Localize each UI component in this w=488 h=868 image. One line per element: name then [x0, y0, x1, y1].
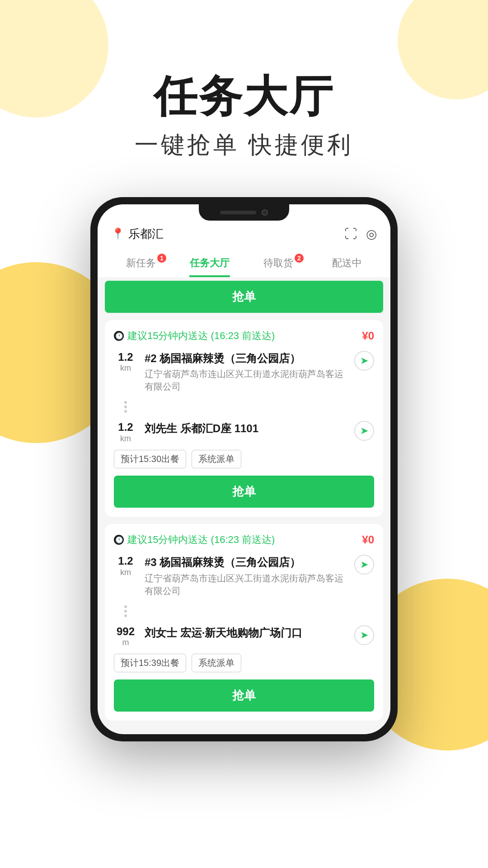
page-subtitle: 一键抢单 快捷便利	[0, 129, 488, 161]
order-1-stop2-km-unit: km	[114, 434, 137, 443]
tab-task-hall[interactable]: 任务大厅	[175, 251, 244, 277]
order-1-stop1-address: 辽宁省葫芦岛市连山区兴工街道水泥街葫芦岛客运有限公司	[145, 368, 347, 393]
order-2-tag-0: 预计15:39出餐	[114, 654, 186, 672]
order-1-stop1-distance: 1.2 km	[114, 351, 137, 373]
header-area: 任务大厅 一键抢单 快捷便利	[0, 0, 488, 161]
order-2-stop2-name: 刘女士 宏运·新天地购物广场门口	[145, 625, 347, 641]
screen-bottom-space	[98, 721, 390, 734]
dot-2	[124, 406, 127, 408]
order-2-time-tip: 建议15分钟内送达 (16:23 前送达)	[127, 533, 275, 547]
tab-delivering[interactable]: 配送中	[313, 251, 381, 277]
order-1-time-left: 🕐 建议15分钟内送达 (16:23 前送达)	[114, 329, 275, 343]
phone-screen: 📍 乐都汇 ⛶ ◎ 新任务 1 任务大厅 待取货	[98, 204, 390, 735]
order-1-tag-1: 系统派单	[192, 450, 241, 468]
order-1-stop1-km-num: 1.2	[114, 351, 137, 364]
expand-icon[interactable]: ⛶	[344, 226, 357, 241]
clock-icon-2: 🕐	[114, 535, 124, 545]
app-location: 📍 乐都汇	[111, 226, 164, 242]
order-1-stop1-name: #2 杨国福麻辣烫（三角公园店）	[145, 351, 347, 366]
page-main-title: 任务大厅	[0, 72, 488, 120]
order-1-tags: 预计15:30出餐 系统派单	[114, 450, 374, 468]
order-2-stop1-address: 辽宁省葫芦岛市连山区兴工街道水泥街葫芦岛客运有限公司	[145, 572, 347, 597]
dots-connector-1	[114, 399, 137, 415]
order-1-stop2-info: 刘先生 乐都汇D座 1101	[145, 421, 347, 436]
order-1-stop-1: 1.2 km #2 杨国福麻辣烫（三角公园店） 辽宁省葫芦岛市连山区兴工街道水泥…	[114, 351, 374, 393]
order-2-stop2-info: 刘女士 宏运·新天地购物广场门口	[145, 625, 347, 641]
phone-frame: 📍 乐都汇 ⛶ ◎ 新任务 1 任务大厅 待取货	[90, 197, 398, 742]
grab-btn-top[interactable]: 抢单	[105, 281, 383, 313]
target-icon[interactable]: ◎	[366, 226, 377, 241]
phone-section: 📍 乐都汇 ⛶ ◎ 新任务 1 任务大厅 待取货	[0, 197, 488, 742]
tab-new-tasks[interactable]: 新任务 1	[107, 251, 175, 277]
order-2-stop2-km-num: 992	[114, 625, 137, 638]
phone-notch	[199, 204, 289, 221]
tab-pending-pickup[interactable]: 待取货 2	[244, 251, 313, 277]
dots-connector-2	[114, 604, 137, 619]
order-1-stop1-km-unit: km	[114, 363, 137, 373]
order-1-grab-btn[interactable]: 抢单	[114, 476, 374, 508]
dots-row-1	[114, 399, 374, 415]
order-2-time-row: 🕐 建议15分钟内送达 (16:23 前送达) ¥0	[114, 533, 374, 547]
app-header-icons: ⛶ ◎	[344, 226, 377, 241]
order-1-time-tip: 建议15分钟内送达 (16:23 前送达)	[127, 329, 275, 343]
dot-4	[124, 605, 127, 608]
order-card-1: 🕐 建议15分钟内送达 (16:23 前送达) ¥0 1.2 km #2 杨国福…	[105, 320, 383, 517]
order-2-tags: 预计15:39出餐 系统派单	[114, 654, 374, 672]
order-2-tag-1: 系统派单	[192, 654, 241, 672]
order-2-stop-1: 1.2 km #3 杨国福麻辣烫（三角公园店） 辽宁省葫芦岛市连山区兴工街道水泥…	[114, 555, 374, 597]
notch-bar	[220, 211, 256, 214]
tab-new-tasks-label: 新任务	[126, 257, 156, 269]
nav-icon-1-1[interactable]: ➤	[354, 351, 374, 371]
order-1-price: ¥0	[362, 330, 374, 342]
nav-icon-1-2[interactable]: ➤	[354, 421, 374, 441]
location-pin-icon: 📍	[111, 227, 125, 240]
order-2-stop1-distance: 1.2 km	[114, 555, 137, 577]
dot-6	[124, 614, 127, 617]
tab-bar: 新任务 1 任务大厅 待取货 2 配送中	[98, 242, 390, 277]
dots-row-2	[114, 604, 374, 619]
dot-3	[124, 410, 127, 413]
location-text: 乐都汇	[128, 226, 164, 242]
tab-pending-pickup-label: 待取货	[263, 257, 293, 269]
clock-icon-1: 🕐	[114, 331, 124, 341]
order-1-stop2-name: 刘先生 乐都汇D座 1101	[145, 421, 347, 436]
order-2-stop1-info: #3 杨国福麻辣烫（三角公园店） 辽宁省葫芦岛市连山区兴工街道水泥街葫芦岛客运有…	[145, 555, 347, 597]
order-2-time-left: 🕐 建议15分钟内送达 (16:23 前送达)	[114, 533, 275, 547]
order-2-price: ¥0	[362, 533, 374, 546]
tab-new-tasks-badge: 1	[157, 254, 166, 263]
nav-icon-2-2[interactable]: ➤	[354, 625, 374, 645]
order-1-stop2-distance: 1.2 km	[114, 421, 137, 443]
tab-pending-pickup-badge: 2	[295, 254, 304, 263]
order-2-stop1-km-unit: km	[114, 568, 137, 577]
notch-camera	[262, 209, 268, 216]
dot-5	[124, 610, 127, 613]
dot-1	[124, 401, 127, 404]
order-1-stop1-info: #2 杨国福麻辣烫（三角公园店） 辽宁省葫芦岛市连山区兴工街道水泥街葫芦岛客运有…	[145, 351, 347, 393]
tab-delivering-label: 配送中	[332, 257, 362, 269]
order-1-tag-0: 预计15:30出餐	[114, 450, 186, 468]
order-1-time-row: 🕐 建议15分钟内送达 (16:23 前送达) ¥0	[114, 329, 374, 343]
order-card-2: 🕐 建议15分钟内送达 (16:23 前送达) ¥0 1.2 km #3 杨国福…	[105, 524, 383, 721]
order-2-stop2-distance: 992 m	[114, 625, 137, 648]
order-2-stop1-name: #3 杨国福麻辣烫（三角公园店）	[145, 555, 347, 570]
nav-icon-2-1[interactable]: ➤	[354, 555, 374, 575]
order-2-stop2-km-unit: m	[114, 638, 137, 647]
order-2-stop1-km-num: 1.2	[114, 555, 137, 568]
order-2-grab-btn[interactable]: 抢单	[114, 679, 374, 712]
order-1-stop2-km-num: 1.2	[114, 421, 137, 434]
order-1-stop-2: 1.2 km 刘先生 乐都汇D座 1101 ➤	[114, 421, 374, 443]
tab-task-hall-label: 任务大厅	[190, 257, 230, 269]
order-2-stop-2: 992 m 刘女士 宏运·新天地购物广场门口 ➤	[114, 625, 374, 648]
